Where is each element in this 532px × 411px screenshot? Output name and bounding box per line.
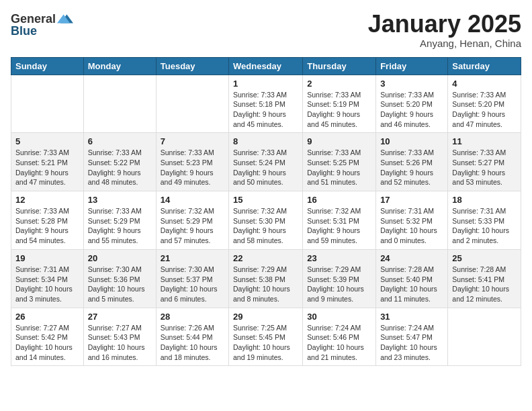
day-info: Sunrise: 7:26 AM Sunset: 5:44 PM Dayligh…	[161, 323, 224, 363]
day-number: 24	[380, 253, 443, 263]
day-info: Sunrise: 7:33 AM Sunset: 5:20 PM Dayligh…	[380, 90, 443, 130]
calendar-cell	[11, 75, 84, 133]
day-number: 28	[161, 312, 224, 322]
calendar-cell: 17Sunrise: 7:31 AM Sunset: 5:32 PM Dayli…	[376, 191, 448, 250]
day-info: Sunrise: 7:27 AM Sunset: 5:43 PM Dayligh…	[88, 323, 152, 363]
day-header-sunday: Sunday	[11, 57, 84, 75]
day-number: 16	[307, 195, 371, 205]
calendar-cell: 10Sunrise: 7:33 AM Sunset: 5:26 PM Dayli…	[376, 133, 448, 191]
day-info: Sunrise: 7:28 AM Sunset: 5:41 PM Dayligh…	[452, 265, 517, 304]
day-number: 20	[88, 253, 152, 263]
day-number: 12	[15, 195, 79, 205]
calendar-cell: 5Sunrise: 7:33 AM Sunset: 5:21 PM Daylig…	[11, 133, 84, 191]
calendar-cell: 11Sunrise: 7:33 AM Sunset: 5:27 PM Dayli…	[448, 133, 521, 191]
calendar-cell: 2Sunrise: 7:33 AM Sunset: 5:19 PM Daylig…	[303, 75, 376, 133]
calendar-cell: 31Sunrise: 7:24 AM Sunset: 5:47 PM Dayli…	[376, 308, 448, 366]
day-number: 23	[307, 253, 371, 263]
day-header-friday: Friday	[376, 57, 448, 75]
day-info: Sunrise: 7:28 AM Sunset: 5:40 PM Dayligh…	[380, 265, 443, 304]
page: General Blue January 2025 Anyang, Henan,…	[0, 0, 532, 377]
day-number: 29	[233, 312, 298, 322]
day-info: Sunrise: 7:33 AM Sunset: 5:25 PM Dayligh…	[307, 148, 371, 187]
month-title: January 2025	[368, 11, 521, 38]
day-number: 14	[161, 195, 224, 205]
day-info: Sunrise: 7:30 AM Sunset: 5:37 PM Dayligh…	[161, 265, 224, 304]
day-info: Sunrise: 7:31 AM Sunset: 5:34 PM Dayligh…	[15, 265, 79, 304]
day-number: 30	[307, 312, 371, 322]
calendar-cell: 6Sunrise: 7:33 AM Sunset: 5:22 PM Daylig…	[83, 133, 156, 191]
logo-icon	[57, 11, 73, 27]
day-info: Sunrise: 7:30 AM Sunset: 5:36 PM Dayligh…	[88, 265, 152, 304]
day-number: 3	[380, 79, 443, 89]
logo: General Blue	[11, 11, 73, 38]
calendar-cell: 13Sunrise: 7:33 AM Sunset: 5:29 PM Dayli…	[83, 191, 156, 250]
day-number: 25	[452, 253, 517, 263]
calendar-cell: 23Sunrise: 7:29 AM Sunset: 5:39 PM Dayli…	[303, 249, 376, 308]
calendar-cell: 3Sunrise: 7:33 AM Sunset: 5:20 PM Daylig…	[376, 75, 448, 133]
day-number: 19	[15, 253, 79, 263]
day-number: 10	[380, 136, 443, 146]
header: General Blue January 2025 Anyang, Henan,…	[11, 11, 521, 49]
calendar-cell: 4Sunrise: 7:33 AM Sunset: 5:20 PM Daylig…	[448, 75, 521, 133]
day-info: Sunrise: 7:25 AM Sunset: 5:45 PM Dayligh…	[233, 323, 298, 363]
calendar-cell: 27Sunrise: 7:27 AM Sunset: 5:43 PM Dayli…	[83, 308, 156, 366]
day-info: Sunrise: 7:29 AM Sunset: 5:38 PM Dayligh…	[233, 265, 298, 304]
calendar-cell: 16Sunrise: 7:32 AM Sunset: 5:31 PM Dayli…	[303, 191, 376, 250]
calendar-cell: 14Sunrise: 7:32 AM Sunset: 5:29 PM Dayli…	[156, 191, 228, 250]
day-number: 7	[161, 136, 224, 146]
day-number: 8	[233, 136, 298, 146]
day-info: Sunrise: 7:33 AM Sunset: 5:23 PM Dayligh…	[161, 148, 224, 187]
day-info: Sunrise: 7:29 AM Sunset: 5:39 PM Dayligh…	[307, 265, 371, 304]
calendar-cell: 24Sunrise: 7:28 AM Sunset: 5:40 PM Dayli…	[376, 249, 448, 308]
calendar-cell: 19Sunrise: 7:31 AM Sunset: 5:34 PM Dayli…	[11, 249, 84, 308]
calendar-week-row: 12Sunrise: 7:33 AM Sunset: 5:28 PM Dayli…	[11, 191, 521, 250]
day-info: Sunrise: 7:33 AM Sunset: 5:28 PM Dayligh…	[15, 206, 79, 246]
calendar-cell: 9Sunrise: 7:33 AM Sunset: 5:25 PM Daylig…	[303, 133, 376, 191]
calendar-cell	[83, 75, 156, 133]
day-header-thursday: Thursday	[303, 57, 376, 75]
day-info: Sunrise: 7:32 AM Sunset: 5:29 PM Dayligh…	[161, 206, 224, 246]
calendar-cell: 26Sunrise: 7:27 AM Sunset: 5:42 PM Dayli…	[11, 308, 84, 366]
day-number: 2	[307, 79, 371, 89]
day-header-saturday: Saturday	[448, 57, 521, 75]
day-number: 1	[233, 79, 298, 89]
calendar-cell: 30Sunrise: 7:24 AM Sunset: 5:46 PM Dayli…	[303, 308, 376, 366]
title-block: January 2025 Anyang, Henan, China	[368, 11, 521, 49]
day-info: Sunrise: 7:33 AM Sunset: 5:24 PM Dayligh…	[233, 148, 298, 187]
calendar-cell: 8Sunrise: 7:33 AM Sunset: 5:24 PM Daylig…	[229, 133, 303, 191]
day-number: 15	[233, 195, 298, 205]
calendar-cell: 22Sunrise: 7:29 AM Sunset: 5:38 PM Dayli…	[229, 249, 303, 308]
day-info: Sunrise: 7:33 AM Sunset: 5:18 PM Dayligh…	[233, 90, 298, 130]
day-number: 27	[88, 312, 152, 322]
calendar-cell: 7Sunrise: 7:33 AM Sunset: 5:23 PM Daylig…	[156, 133, 228, 191]
day-number: 13	[88, 195, 152, 205]
day-info: Sunrise: 7:32 AM Sunset: 5:30 PM Dayligh…	[233, 206, 298, 246]
calendar-cell: 18Sunrise: 7:31 AM Sunset: 5:33 PM Dayli…	[448, 191, 521, 250]
day-header-tuesday: Tuesday	[156, 57, 228, 75]
day-number: 4	[452, 79, 517, 89]
calendar-cell: 20Sunrise: 7:30 AM Sunset: 5:36 PM Dayli…	[83, 249, 156, 308]
day-number: 11	[452, 136, 517, 146]
calendar-cell: 21Sunrise: 7:30 AM Sunset: 5:37 PM Dayli…	[156, 249, 228, 308]
calendar-cell: 25Sunrise: 7:28 AM Sunset: 5:41 PM Dayli…	[448, 249, 521, 308]
calendar-table: SundayMondayTuesdayWednesdayThursdayFrid…	[11, 57, 521, 367]
calendar-cell: 28Sunrise: 7:26 AM Sunset: 5:44 PM Dayli…	[156, 308, 228, 366]
day-info: Sunrise: 7:24 AM Sunset: 5:46 PM Dayligh…	[307, 323, 371, 363]
calendar-week-row: 5Sunrise: 7:33 AM Sunset: 5:21 PM Daylig…	[11, 133, 521, 191]
day-info: Sunrise: 7:31 AM Sunset: 5:32 PM Dayligh…	[380, 206, 443, 246]
calendar-cell: 12Sunrise: 7:33 AM Sunset: 5:28 PM Dayli…	[11, 191, 84, 250]
calendar-cell: 15Sunrise: 7:32 AM Sunset: 5:30 PM Dayli…	[229, 191, 303, 250]
calendar-week-row: 26Sunrise: 7:27 AM Sunset: 5:42 PM Dayli…	[11, 308, 521, 366]
calendar-cell: 1Sunrise: 7:33 AM Sunset: 5:18 PM Daylig…	[229, 75, 303, 133]
day-number: 21	[161, 253, 224, 263]
day-header-monday: Monday	[83, 57, 156, 75]
day-number: 6	[88, 136, 152, 146]
calendar-header-row: SundayMondayTuesdayWednesdayThursdayFrid…	[11, 57, 521, 75]
day-info: Sunrise: 7:33 AM Sunset: 5:22 PM Dayligh…	[88, 148, 152, 187]
day-info: Sunrise: 7:33 AM Sunset: 5:20 PM Dayligh…	[452, 90, 517, 130]
day-number: 17	[380, 195, 443, 205]
calendar-cell	[156, 75, 228, 133]
day-number: 9	[307, 136, 371, 146]
day-info: Sunrise: 7:33 AM Sunset: 5:21 PM Dayligh…	[15, 148, 79, 187]
calendar-week-row: 19Sunrise: 7:31 AM Sunset: 5:34 PM Dayli…	[11, 249, 521, 308]
